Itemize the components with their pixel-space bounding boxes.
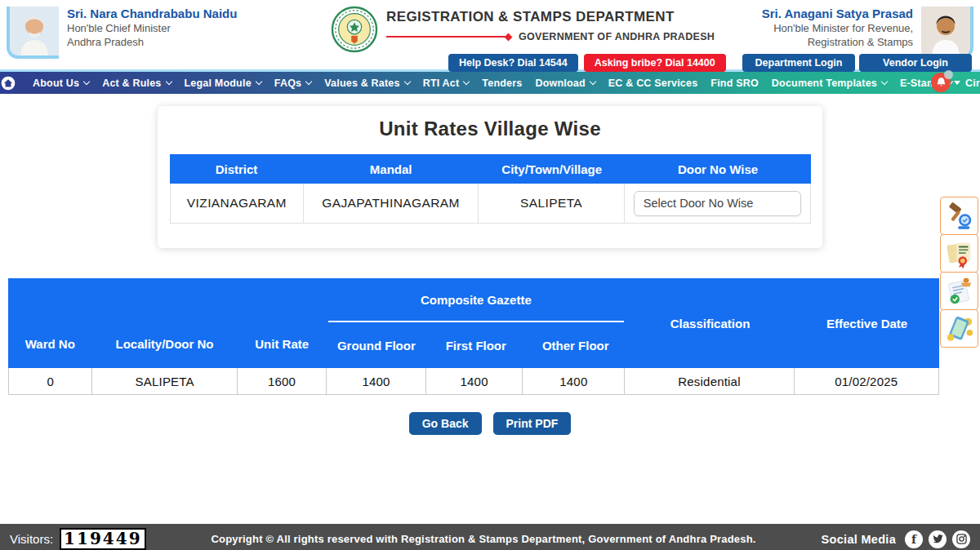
nav-item-document-templates[interactable]: Document Templates — [765, 78, 893, 89]
anti-bribe-button[interactable]: Asking bribe? Dial 14400 — [584, 54, 726, 72]
nav-item-label: Legal Module — [185, 78, 252, 89]
home-icon — [0, 75, 16, 91]
nav-item-label: Act & Rules — [102, 78, 161, 89]
social-media-label: Social Media — [822, 533, 896, 546]
notification-bell-button[interactable] — [931, 73, 951, 92]
nav-item-home[interactable] — [0, 72, 16, 94]
selection-col-mandal: Mandal — [304, 154, 479, 184]
floating-toolbar — [940, 197, 978, 348]
rates-cell: 1400 — [327, 368, 426, 394]
chevron-down-icon — [165, 78, 172, 85]
nav-item-label: Circulars — [965, 78, 980, 89]
vendor-login-button[interactable]: Vendor Login — [859, 54, 972, 72]
village-value: SALIPETA — [479, 184, 625, 223]
dropdown-caret-icon[interactable] — [954, 81, 960, 85]
rates-table: Ward No Locality/Door No Unit Rate Compo… — [8, 278, 939, 395]
minister-block: Sri. Anagani Satya Prasad Hon'ble Minist… — [762, 7, 973, 59]
cm-name: Sri. Nara Chandrababu Naidu — [67, 7, 237, 20]
stamp-document-button[interactable] — [940, 272, 978, 310]
nav-item-label: RTI Act — [423, 78, 460, 89]
gazette-certificate-button[interactable] — [940, 234, 978, 273]
help-desk-button[interactable]: Help Desk? Dial 14544 — [448, 54, 578, 72]
nav-item-label: Tenders — [482, 78, 522, 89]
gavel-verify-button[interactable] — [940, 197, 978, 235]
nav-item-about-us[interactable]: About Us — [26, 78, 96, 89]
unit-rates-card: Unit Rates Village Wise District Mandal … — [158, 106, 822, 248]
visitor-counter: 119449 — [60, 528, 146, 550]
selection-header-row: District Mandal City/Town/Village Door N… — [170, 154, 811, 184]
notification-badge — [944, 70, 953, 79]
nav-item-legal-module[interactable]: Legal Module — [178, 78, 268, 89]
nav-items: About UsAct & RulesLegal ModuleFAQsValue… — [26, 78, 980, 89]
chevron-down-icon — [463, 78, 470, 85]
minister-name: Sri. Anagani Satya Prasad — [762, 7, 913, 20]
cm-state: Andhra Pradesh — [67, 36, 237, 50]
col-first-floor: First Floor — [426, 322, 526, 368]
nav-item-faqs[interactable]: FAQs — [268, 78, 318, 89]
nav-item-ec-cc-services[interactable]: EC & CC Services — [602, 78, 705, 89]
chevron-down-icon — [881, 78, 888, 85]
department-login-button[interactable]: Department Login — [742, 54, 855, 72]
rates-cell: 1400 — [426, 368, 523, 394]
nav-item-download[interactable]: Download — [528, 78, 601, 89]
selection-table: District Mandal City/Town/Village Door N… — [170, 154, 811, 224]
cm-title: Hon'ble Chief Minister — [67, 22, 237, 36]
nav-item-circulars[interactable]: Circulars — [959, 78, 980, 89]
nav-item-label: FAQs — [274, 78, 301, 89]
main-navbar: About UsAct & RulesLegal ModuleFAQsValue… — [0, 72, 980, 94]
chief-minister-photo — [7, 7, 59, 59]
minister-title1: Hon'ble Minister for Revenue, — [762, 22, 913, 36]
facebook-icon[interactable]: f — [905, 530, 923, 548]
print-pdf-button[interactable]: Print PDF — [493, 412, 572, 435]
selection-col-district: District — [170, 154, 304, 184]
nav-item-act-rules[interactable]: Act & Rules — [96, 78, 177, 89]
col-other-floor: Other Floor — [526, 322, 626, 368]
nav-item-values-rates[interactable]: Values & Rates — [318, 78, 416, 89]
nav-item-label: Values & Rates — [324, 78, 399, 89]
chevron-down-icon — [590, 78, 596, 85]
page-title: Unit Rates Village Wise — [158, 118, 822, 140]
door-no-cell: Select Door No Wise — [625, 184, 809, 223]
government-title: GOVERNMENT OF ANDHRA PRADESH — [519, 31, 715, 42]
minister-avatar — [921, 7, 970, 55]
twitter-icon[interactable] — [929, 530, 947, 548]
col-locality: Locality/Door No — [92, 278, 238, 368]
rates-cell: 1600 — [238, 368, 327, 394]
chief-minister-block: Sri. Nara Chandrababu Naidu Hon'ble Chie… — [7, 7, 237, 59]
gazette-certificate-icon — [944, 238, 975, 269]
payment-tablet-button[interactable] — [940, 309, 978, 348]
instagram-icon[interactable] — [952, 530, 970, 548]
footer: Visitors: 119449 Copyright © All rights … — [0, 524, 980, 550]
copyright-text: Copyright © All rights reserved with Reg… — [146, 533, 822, 545]
col-classification: Classification — [626, 278, 795, 368]
col-effective-date: Effective Date — [795, 278, 939, 368]
nav-item-label: About Us — [33, 78, 79, 89]
rates-cell: 1400 — [523, 368, 625, 394]
chevron-down-icon — [403, 78, 410, 85]
door-no-select[interactable]: Select Door No Wise — [634, 191, 801, 216]
payment-tablet-icon — [944, 313, 975, 344]
selection-value-row: VIZIANAGARAM GAJAPATHINAGARAM SALIPETA S… — [170, 184, 811, 224]
chevron-down-icon — [305, 78, 312, 85]
rates-cell: 01/02/2025 — [795, 368, 938, 394]
nav-item-find-sro[interactable]: Find SRO — [704, 78, 765, 89]
minister-title2: Registration & Stamps — [762, 36, 913, 50]
notification-bell-icon — [936, 77, 947, 88]
col-ward-no: Ward No — [8, 278, 92, 368]
red-diamond-icon — [505, 33, 513, 41]
minister-photo — [921, 7, 973, 59]
department-title: REGISTRATION & STAMPS DEPARTMENT — [386, 9, 715, 25]
composite-gazette-label: Composite Gazette — [327, 278, 626, 321]
site-header: Sri. Nara Chandrababu Naidu Hon'ble Chie… — [0, 0, 980, 72]
nav-item-label: Find SRO — [710, 78, 759, 89]
col-ground-floor: Ground Floor — [327, 322, 426, 368]
district-value: VIZIANAGARAM — [171, 184, 305, 223]
nav-item-label: Document Templates — [772, 78, 877, 89]
rates-cell: 0 — [9, 368, 92, 394]
stamp-document-icon — [944, 276, 975, 307]
rates-data-row: 0SALIPETA1600140014001400Residential01/0… — [8, 368, 939, 395]
go-back-button[interactable]: Go Back — [409, 412, 482, 435]
col-unit-rate: Unit Rate — [237, 278, 326, 368]
nav-item-tenders[interactable]: Tenders — [475, 78, 528, 89]
nav-item-rti-act[interactable]: RTI Act — [416, 78, 476, 89]
